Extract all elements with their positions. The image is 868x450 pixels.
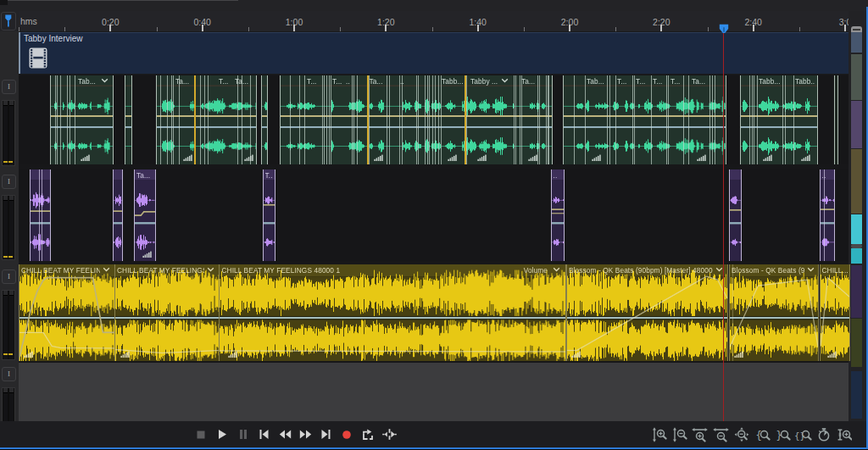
dialog-clip[interactable]: T... — [263, 169, 275, 261]
clip-cut-line[interactable] — [416, 75, 417, 164]
clip-cut-line[interactable] — [752, 75, 753, 164]
play-button[interactable] — [213, 421, 231, 447]
speech-clip[interactable]: Ta...T...Ta... — [156, 75, 257, 164]
navigator-track-segment[interactable] — [851, 248, 862, 264]
clip-cut-line[interactable] — [425, 75, 426, 164]
clip-cut-line[interactable] — [200, 75, 201, 164]
chevron-down-icon[interactable] — [807, 267, 815, 272]
dialog-clip[interactable]: .. — [820, 169, 835, 261]
clip-cut-line[interactable] — [237, 75, 238, 164]
dialog-clip[interactable]: Ta... — [134, 169, 156, 261]
zoom-in-horizontal-button[interactable] — [691, 421, 709, 447]
dialog-clip[interactable] — [113, 169, 123, 261]
clip-cut-line[interactable] — [709, 75, 710, 164]
clip-cut-line[interactable] — [402, 75, 403, 164]
skip-back-button[interactable] — [255, 421, 274, 447]
clip-cut-line[interactable] — [326, 75, 327, 164]
clip-cut-line[interactable] — [399, 75, 400, 164]
clip-cut-line[interactable] — [521, 75, 522, 164]
zoom-out-vertical-button[interactable] — [670, 421, 689, 447]
speech-clip[interactable] — [261, 75, 268, 164]
clip-cut-line[interactable] — [546, 75, 547, 164]
clip-cut-line[interactable] — [609, 75, 610, 164]
clip-cut-line[interactable] — [173, 75, 174, 164]
clip-envelope-selector-label[interactable]: Volume — [524, 266, 548, 275]
video-clip[interactable]: Tabby Interview — [19, 32, 850, 74]
zoom-to-out-point-button[interactable]: } — [774, 421, 793, 447]
playhead-pin-button[interactable] — [1, 12, 16, 31]
dialog-clip[interactable] — [30, 169, 51, 261]
record-button[interactable] — [337, 421, 356, 447]
clip-cut-line[interactable] — [634, 75, 635, 164]
clip-cut-line[interactable] — [167, 75, 168, 164]
clip-cut-line[interactable] — [432, 75, 433, 164]
clip-cut-line[interactable] — [548, 75, 549, 164]
speech-clip[interactable] — [834, 75, 839, 164]
clip-cut-line[interactable] — [171, 75, 172, 164]
clip-cut-line[interactable] — [42, 169, 42, 261]
clip-cut-line[interactable] — [322, 75, 323, 164]
speech-clip[interactable]: Tabb...Tabb... — [740, 75, 818, 164]
clip-cut-line[interactable] — [352, 75, 353, 164]
clip-cut-line[interactable] — [290, 75, 291, 164]
zoom-in-vertical-button[interactable] — [650, 421, 669, 447]
zoom-to-selection-button[interactable]: {} — [793, 421, 812, 447]
clip-cut-line[interactable] — [208, 75, 209, 164]
clip-cut-line[interactable] — [715, 75, 715, 164]
clip-cut-line[interactable] — [329, 75, 330, 164]
music-clip[interactable]: CHILL BEAT MY FEELIN... — [19, 264, 115, 361]
clip-cut-line[interactable] — [160, 75, 161, 164]
clip-cut-line[interactable] — [324, 75, 325, 164]
music-clip[interactable]: Blossom - QK Beats (90bpm) [Master] 4800… — [566, 264, 728, 361]
clip-cut-line[interactable] — [757, 75, 758, 164]
navigator-track-segment[interactable] — [851, 101, 862, 148]
chevron-down-icon[interactable] — [501, 78, 509, 83]
zoom-to-in-point-button[interactable]: { — [754, 421, 772, 447]
track-1-input-button[interactable]: I — [2, 80, 16, 94]
clip-cut-line[interactable] — [389, 75, 390, 164]
skip-selection-button[interactable] — [381, 421, 399, 447]
clip-cut-line[interactable] — [666, 75, 667, 164]
clip-cut-line[interactable] — [331, 75, 331, 164]
zoom-out-horizontal-button[interactable] — [711, 421, 730, 447]
playhead-head[interactable] — [719, 22, 729, 37]
music-clip[interactable]: CHILL BEAT MY FEELINGS 48000 1Volume — [219, 264, 566, 361]
clip-cut-line[interactable] — [304, 75, 305, 164]
clip-cut-line[interactable] — [60, 75, 61, 164]
clip-cut-line[interactable] — [574, 75, 575, 164]
clip-cut-line[interactable] — [539, 75, 540, 164]
clip-cut-line[interactable] — [75, 75, 75, 164]
clip-cut-line[interactable] — [438, 75, 439, 164]
speech-clip[interactable]: Tab...T...T...T...T...Ta... — [563, 75, 727, 164]
clip-cut-line[interactable] — [250, 75, 251, 164]
clip-cut-line[interactable] — [57, 75, 58, 164]
chevron-down-icon[interactable] — [715, 267, 723, 272]
clip-cut-line[interactable] — [515, 75, 516, 164]
chevron-down-icon[interactable] — [103, 267, 110, 272]
music-clip[interactable]: CHILL... — [820, 264, 850, 361]
timer-record-button[interactable] — [815, 421, 833, 447]
clip-cut-line[interactable] — [651, 75, 652, 164]
chevron-down-icon[interactable] — [101, 78, 108, 83]
clip-cut-line[interactable] — [785, 75, 786, 164]
navigator-track-segment[interactable] — [851, 214, 862, 244]
navigator-track-segment[interactable] — [851, 371, 862, 419]
stop-button[interactable] — [192, 421, 210, 447]
clip-cut-line[interactable] — [387, 75, 387, 164]
clip-cut-line[interactable] — [466, 75, 467, 164]
navigator-track-segment[interactable] — [851, 265, 862, 318]
clip-cut-line[interactable] — [585, 75, 586, 164]
clip-cut-line[interactable] — [242, 75, 242, 164]
clip-cut-line[interactable] — [688, 75, 689, 164]
clip-cut-line[interactable] — [369, 75, 370, 164]
navigator-track-segment[interactable] — [851, 319, 862, 367]
clip-cut-line[interactable] — [793, 75, 794, 164]
speech-clip[interactable]: T...T.....Ta.....Tabb...Tabby ...Ta... — [280, 75, 553, 164]
speech-clip[interactable] — [125, 75, 132, 164]
clip-cut-line[interactable] — [429, 75, 430, 164]
clip-cut-line[interactable] — [70, 75, 70, 164]
navigator-track-segment[interactable] — [851, 149, 862, 214]
skip-forward-button[interactable] — [317, 421, 336, 447]
clip-cut-line[interactable] — [668, 75, 669, 164]
navigator-track-segment[interactable] — [851, 32, 862, 53]
